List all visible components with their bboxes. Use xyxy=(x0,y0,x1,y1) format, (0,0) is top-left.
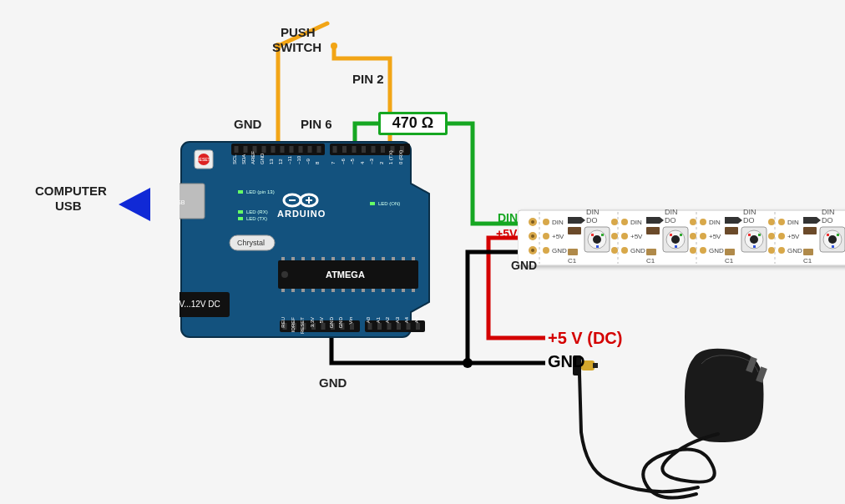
svg-rect-211 xyxy=(837,234,839,236)
svg-rect-88 xyxy=(392,257,395,260)
power-adapter xyxy=(568,342,785,501)
dc-range-label: 9V...12V DC xyxy=(180,300,220,309)
svg-rect-190 xyxy=(758,234,761,236)
svg-rect-60 xyxy=(238,190,243,194)
svg-rect-76 xyxy=(331,257,335,260)
svg-point-194 xyxy=(768,233,775,239)
svg-rect-92 xyxy=(412,257,415,260)
svg-text:+5V: +5V xyxy=(552,233,564,240)
svg-point-136 xyxy=(543,233,549,239)
svg-point-157 xyxy=(621,233,628,239)
svg-text:DIN: DIN xyxy=(552,219,564,226)
computer-usb-l1: COMPUTER xyxy=(35,184,107,198)
svg-rect-52 xyxy=(381,146,385,153)
svg-point-8 xyxy=(463,358,473,368)
led-tx-label: LED (TX) xyxy=(246,216,267,221)
svg-rect-50 xyxy=(362,146,366,153)
svg-point-173 xyxy=(690,233,696,239)
svg-rect-162 xyxy=(646,227,660,234)
svg-rect-38 xyxy=(244,146,248,153)
svg-rect-74 xyxy=(321,257,325,260)
gnd-big-label: GND xyxy=(548,352,584,371)
svg-point-180 xyxy=(700,247,706,254)
svg-rect-87 xyxy=(382,289,385,292)
svg-rect-66 xyxy=(281,257,285,260)
crystal: Chrystal xyxy=(230,235,275,250)
svg-point-176 xyxy=(700,219,706,225)
svg-rect-84 xyxy=(372,257,375,260)
svg-rect-85 xyxy=(372,289,375,292)
svg-rect-147 xyxy=(591,234,594,236)
svg-text:C1: C1 xyxy=(568,257,577,265)
svg-rect-189 xyxy=(748,234,751,236)
svg-text:~11: ~11 xyxy=(287,155,292,164)
svg-text:REU: REU xyxy=(281,317,286,328)
gnd-top-label: GND xyxy=(234,117,261,131)
resistor-value: 470 Ω xyxy=(378,114,448,132)
svg-rect-91 xyxy=(402,289,405,292)
svg-rect-82 xyxy=(362,257,365,260)
svg-text:+5V: +5V xyxy=(709,233,721,240)
arduino-board: USB 9V...12V DC RESET SCLSDAAREFGND1312~… xyxy=(180,135,455,342)
svg-rect-51 xyxy=(372,146,376,153)
din-label: DIN xyxy=(498,211,518,224)
svg-point-193 xyxy=(768,219,775,225)
svg-rect-37 xyxy=(235,146,239,153)
svg-text:C1: C1 xyxy=(725,257,734,265)
arduino-text: ARDUINO xyxy=(277,209,326,219)
svg-rect-205 xyxy=(803,249,813,255)
svg-rect-141 xyxy=(568,227,581,234)
svg-rect-86 xyxy=(382,257,385,260)
svg-text:GND: GND xyxy=(338,316,343,328)
svg-rect-77 xyxy=(331,289,335,292)
diagram-stage: USB 9V...12V DC RESET SCLSDAAREFGND1312~… xyxy=(0,0,845,504)
svg-point-94 xyxy=(281,271,288,278)
svg-rect-81 xyxy=(352,289,355,292)
svg-rect-53 xyxy=(391,146,395,153)
svg-rect-148 xyxy=(601,234,604,236)
svg-text:RESET: RESET xyxy=(300,317,305,334)
svg-text:IOREF: IOREF xyxy=(291,317,296,333)
svg-rect-191 xyxy=(753,245,756,248)
plus5vdc-label: +5 V (DC) xyxy=(548,329,622,348)
svg-text:GND: GND xyxy=(552,247,567,255)
svg-rect-75 xyxy=(321,289,325,292)
pin2-label: PIN 2 xyxy=(352,72,384,86)
svg-rect-40 xyxy=(262,146,266,153)
svg-text:DO: DO xyxy=(665,216,676,224)
svg-text:A3: A3 xyxy=(395,316,400,323)
usb-port: USB xyxy=(180,184,205,219)
plus5v-label: +5V xyxy=(496,227,517,240)
svg-rect-69 xyxy=(291,289,295,292)
svg-rect-210 xyxy=(827,234,829,236)
svg-rect-80 xyxy=(352,257,355,260)
svg-text:GND: GND xyxy=(260,153,265,164)
svg-text:5V: 5V xyxy=(319,317,324,323)
svg-text:~3: ~3 xyxy=(369,158,374,164)
svg-point-138 xyxy=(543,247,549,254)
svg-rect-67 xyxy=(281,289,285,292)
svg-rect-70 xyxy=(301,257,305,260)
gnd-strip-label: GND xyxy=(511,259,537,272)
svg-rect-63 xyxy=(370,202,375,205)
svg-text:~5: ~5 xyxy=(350,158,355,164)
svg-rect-44 xyxy=(299,146,303,153)
svg-rect-41 xyxy=(271,146,276,153)
svg-rect-48 xyxy=(342,146,347,153)
svg-text:GND: GND xyxy=(329,316,334,328)
svg-text:~6: ~6 xyxy=(341,158,346,164)
svg-marker-10 xyxy=(119,188,150,221)
svg-text:~9: ~9 xyxy=(306,158,311,164)
gnd-bottom-label: GND xyxy=(319,375,347,390)
svg-rect-68 xyxy=(291,257,295,260)
svg-rect-45 xyxy=(308,146,312,153)
svg-text:~10: ~10 xyxy=(296,155,301,164)
svg-rect-42 xyxy=(281,146,285,153)
svg-text:GND: GND xyxy=(787,247,802,255)
svg-point-155 xyxy=(621,219,628,225)
svg-text:GND: GND xyxy=(630,247,645,255)
svg-rect-89 xyxy=(392,289,395,292)
svg-rect-163 xyxy=(646,249,656,255)
svg-rect-83 xyxy=(362,289,365,292)
svg-point-152 xyxy=(611,233,618,239)
